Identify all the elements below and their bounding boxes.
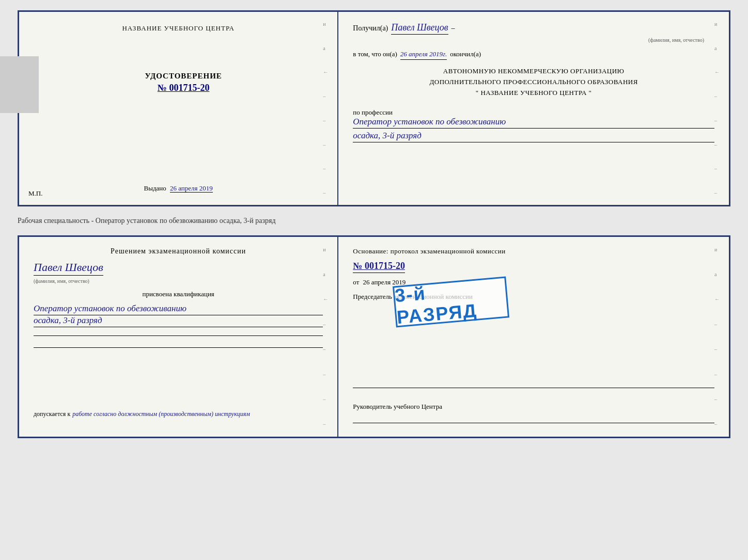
fio-label-bottom: (фамилия, имя, отчество) xyxy=(34,278,89,284)
side-marks-top: и а ← – – – – – xyxy=(323,12,333,205)
person-name-bottom: Павел Швецов xyxy=(34,261,103,276)
top-doc-right: Получил(а) Павел Швецов – (фамилия, имя,… xyxy=(338,12,729,205)
side-marks-bottom-left: и а ← – – – – – xyxy=(323,237,333,437)
person-block: Павел Швецов (фамилия, имя, отчество) xyxy=(34,261,323,285)
mp-label: М.П. xyxy=(28,189,42,198)
bottom-doc-right: Основание: протокол экзаменационной коми… xyxy=(338,237,729,437)
director-signature-line xyxy=(353,423,714,423)
issued-date: 26 апреля 2019 xyxy=(170,184,213,193)
cert-type: УДОСТОВЕРЕНИЕ xyxy=(145,72,222,81)
top-document: НАЗВАНИЕ УЧЕБНОГО ЦЕНТРА УДОСТОВЕРЕНИЕ №… xyxy=(18,10,730,206)
profession-value: Оператор установок по обезвоживанию xyxy=(353,117,714,129)
fio-label-top: (фамилия, имя, отчество) xyxy=(648,37,704,43)
bottom-document: Решением экзаменационной комиссии Павел … xyxy=(18,235,730,438)
institution-title-top: НАЗВАНИЕ УЧЕБНОГО ЦЕНТРА xyxy=(122,24,234,33)
received-name: Павел Швецов xyxy=(391,22,448,35)
director-label: Руководитель учебного Центра xyxy=(353,402,714,412)
stamp-box: 3-й РАЗРЯД xyxy=(393,276,509,327)
photo-placeholder xyxy=(0,56,39,113)
bottom-doc-left: Решением экзаменационной комиссии Павел … xyxy=(19,237,338,437)
protocol-number: № 001715-20 xyxy=(353,261,405,273)
decision-title: Решением экзаменационной комиссии xyxy=(34,247,323,255)
completed-date: 26 апреля 2019г. xyxy=(400,50,447,60)
profession-label: по профессии xyxy=(353,108,714,117)
org-line1: АВТОНОМНУЮ НЕКОММЕРЧЕСКУЮ ОРГАНИЗАЦИЮ xyxy=(353,66,714,77)
received-block: Получил(а) Павел Швецов – (фамилия, имя,… xyxy=(353,22,714,44)
completed-suffix: окончил(а) xyxy=(450,50,481,58)
rank-bottom: осадка, 3-й разряд xyxy=(34,315,323,327)
basis-title: Основание: протокол экзаменационной коми… xyxy=(353,247,714,255)
between-docs-text: Рабочая специальность - Оператор установ… xyxy=(18,215,730,227)
allowed-italic: работе согласно должностным (производств… xyxy=(72,410,250,418)
blank-line-2 xyxy=(34,347,323,348)
org-line3: " НАЗВАНИЕ УЧЕБНОГО ЦЕНТРА " xyxy=(353,88,714,99)
completed-prefix: в том, что он(а) xyxy=(353,50,397,58)
issued-label: Выдано xyxy=(144,184,166,192)
qualification-label: присвоена квалификация xyxy=(34,290,323,298)
top-doc-left: НАЗВАНИЕ УЧЕБНОГО ЦЕНТРА УДОСТОВЕРЕНИЕ №… xyxy=(19,12,338,205)
between-text: Рабочая специальность - Оператор установ… xyxy=(18,217,276,225)
issued-line: Выдано 26 апреля 2019 xyxy=(144,184,213,193)
chairman-signature-line xyxy=(353,388,714,388)
side-marks-bottom-right: и а ← – – – – – xyxy=(714,237,725,437)
completed-line: в том, что он(а) 26 апреля 2019г. окончи… xyxy=(353,50,714,60)
side-marks-top-right: и а ← – – – – – xyxy=(714,12,725,205)
qualification-value-bottom: Оператор установок по обезвоживанию xyxy=(34,303,323,315)
org-text: АВТОНОМНУЮ НЕКОММЕРЧЕСКУЮ ОРГАНИЗАЦИЮ ДО… xyxy=(353,66,714,98)
received-label: Получил(а) xyxy=(353,24,388,33)
org-line2: ДОПОЛНИТЕЛЬНОГО ПРОФЕССИОНАЛЬНОГО ОБРАЗО… xyxy=(353,77,714,88)
stamp-text: 3-й РАЗРЯД xyxy=(394,275,508,328)
rank-value-top: осадка, 3-й разряд xyxy=(353,131,714,142)
allowed-label: допускается к работе согласно должностны… xyxy=(34,410,323,418)
from-prefix: от xyxy=(353,278,359,286)
blank-line-1 xyxy=(34,335,323,336)
allowed-prefix: допускается к xyxy=(34,410,70,418)
cert-number: № 001715-20 xyxy=(158,83,210,93)
